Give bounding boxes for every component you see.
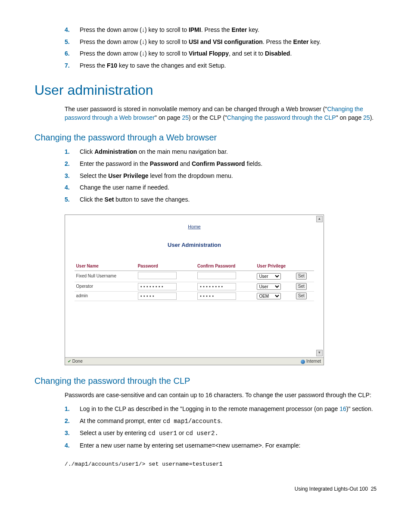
col-privilege: User Privilege <box>255 262 314 271</box>
table-row: Operator •••••••• •••••••• User Set <box>75 282 314 291</box>
username-cell[interactable]: Operator <box>75 282 136 291</box>
panel-title: User Administration <box>69 241 319 249</box>
password-input[interactable]: •••••••• <box>138 283 177 290</box>
steps-clp: 1.Log in to the CLP as described in the … <box>34 405 377 450</box>
password-input[interactable] <box>138 272 177 279</box>
user-table: User Name Password Confirm Password User… <box>75 262 314 301</box>
col-password: Password <box>136 262 196 271</box>
step-num: 4. <box>65 26 70 34</box>
heading-change-web: Changing the password through a Web brow… <box>34 131 377 143</box>
confirm-password-input[interactable]: •••••••• <box>197 283 236 290</box>
col-confirm: Confirm Password <box>196 262 255 271</box>
username-cell[interactable]: admin <box>75 291 136 301</box>
confirm-password-input[interactable]: ••••• <box>197 292 236 300</box>
privilege-select[interactable]: User <box>257 283 281 290</box>
steps-web: 1.Click Administration on the main menu … <box>34 148 377 204</box>
privilege-select[interactable]: OEM <box>257 293 281 299</box>
steps-top: 4.Press the down arrow (↓) key to scroll… <box>34 26 377 70</box>
username-cell[interactable]: Fixed Null Username <box>75 271 136 282</box>
set-button[interactable]: Set <box>296 292 307 299</box>
privilege-select[interactable]: User <box>257 273 281 280</box>
password-input[interactable]: ••••• <box>138 292 177 300</box>
home-link[interactable]: Home <box>69 224 319 230</box>
status-bar: ✔ Done Internet <box>65 358 324 365</box>
globe-icon <box>301 360 305 364</box>
scroll-down-icon[interactable]: ▾ <box>316 350 323 356</box>
screenshot-user-admin: ▴ ▾ Home User Administration User Name P… <box>65 215 324 365</box>
done-icon: ✔ <box>68 359 71 364</box>
table-row: admin ••••• ••••• OEM Set <box>75 291 314 301</box>
set-button[interactable]: Set <box>296 273 307 280</box>
scroll-up-icon[interactable]: ▴ <box>316 216 323 222</box>
confirm-password-input[interactable] <box>197 272 236 279</box>
intro-paragraph: The user password is stored in nonvolati… <box>65 105 377 122</box>
col-username: User Name <box>75 262 136 271</box>
code-example: /./map1/accounts/user1/> set username=te… <box>65 460 377 468</box>
heading-change-clp: Changing the password through the CLP <box>34 375 377 387</box>
link-page16[interactable]: 16 <box>339 405 346 412</box>
clp-intro: Passwords are case-sensitive and can con… <box>65 391 377 400</box>
link-clp[interactable]: Changing the password through the CLP <box>227 114 336 121</box>
table-row: Fixed Null Username User Set <box>75 271 314 282</box>
heading-user-administration: User administration <box>34 81 377 100</box>
status-internet: Internet <box>306 359 321 364</box>
page-footer: Using Integrated Lights-Out 100 25 <box>34 485 377 493</box>
set-button[interactable]: Set <box>296 283 307 290</box>
status-done: Done <box>72 359 83 364</box>
